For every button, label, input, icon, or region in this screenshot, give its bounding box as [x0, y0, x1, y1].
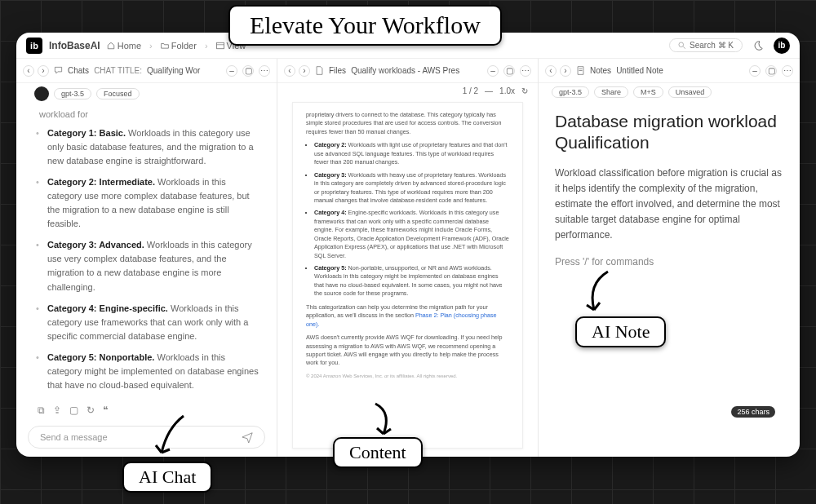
note-paragraph: Workload classification before migration…: [555, 166, 783, 244]
panel-min-icon[interactable]: –: [749, 65, 761, 77]
file-panel: ‹ › Files Qualify workloads - AWS Pres –…: [277, 59, 539, 457]
note-icon: [576, 66, 585, 75]
note-panel: ‹ › Notes Untitled Note – ▢ ⋯ gpt-3.5 Sh…: [539, 59, 800, 457]
list-item: Category 5: Nonportable. Workloads in th…: [39, 351, 262, 392]
list-item: Category 2: Workloads with light use of …: [314, 141, 509, 166]
list-item: Category 2: Intermediate. Workloads in t…: [39, 175, 262, 231]
refresh-icon[interactable]: ↻: [521, 86, 528, 95]
note-command-hint: Press '/' for commands: [555, 256, 783, 267]
list-item: Category 3: Workloads with heavy use of …: [314, 171, 509, 206]
char-count-badge: 256 chars: [731, 406, 775, 418]
note-title: Database migration workload Qualificatio…: [555, 111, 783, 154]
document-page: proprietary drivers to connect to the da…: [292, 102, 523, 449]
nav-back-icon[interactable]: ‹: [23, 65, 34, 77]
page-indicator: 1 / 2: [463, 86, 478, 95]
chat-list: Category 1: Basic. Workloads in this cat…: [39, 126, 262, 392]
list-item: Category 1: Basic. Workloads in this cat…: [39, 126, 262, 168]
nav-back-icon[interactable]: ‹: [284, 65, 295, 77]
breadcrumb-sep: ›: [205, 41, 208, 51]
list-item: Category 5: Non-portable, unsupported, o…: [314, 264, 509, 298]
chat-body: workload for Category 1: Basic. Workload…: [16, 104, 277, 401]
image-icon[interactable]: ▢: [69, 405, 78, 416]
panel-max-icon[interactable]: ▢: [765, 65, 777, 77]
list-item: Category 4: Engine-specific. Workloads i…: [39, 302, 262, 343]
unsaved-chip: Unsaved: [668, 86, 712, 98]
assistant-avatar: [34, 86, 49, 101]
breadcrumb-home[interactable]: Home: [107, 41, 141, 51]
panel-max-icon[interactable]: ▢: [503, 65, 515, 77]
file-icon: [315, 66, 324, 75]
folder-icon: [161, 42, 169, 50]
home-icon: [107, 42, 115, 50]
annotation-content: Content: [333, 437, 423, 468]
chat-title-prefix: CHAT TITLE:: [94, 66, 142, 75]
chat-input-placeholder: Send a message: [40, 432, 108, 442]
model-chip[interactable]: gpt-3.5: [552, 86, 589, 98]
send-icon[interactable]: [242, 431, 253, 443]
panels: ‹ › Chats CHAT TITLE: Qualifying Wor – ▢…: [16, 59, 800, 457]
model-chip[interactable]: gpt-3.5: [54, 88, 91, 99]
refresh-icon[interactable]: ↻: [86, 405, 95, 416]
breadcrumb-folder[interactable]: Folder: [161, 41, 197, 51]
layout-icon: [216, 42, 224, 50]
panel-max-icon[interactable]: ▢: [242, 65, 254, 77]
chat-panel-head: ‹ › Chats CHAT TITLE: Qualifying Wor – ▢…: [16, 59, 277, 83]
quote-icon[interactable]: ❝: [103, 405, 108, 416]
arrow-icon: [367, 400, 408, 440]
doc-para: AWS doesn't currently provide AWS WQF fo…: [306, 334, 509, 368]
search-input[interactable]: Search ⌘ K: [669, 38, 743, 52]
panel-menu-icon[interactable]: ⋯: [520, 65, 531, 77]
brand-name: InfoBaseAI: [49, 40, 100, 51]
doc-footer: © 2024 Amazon Web Services, Inc. or its …: [306, 373, 509, 380]
chat-panel: ‹ › Chats CHAT TITLE: Qualifying Wor – ▢…: [16, 59, 277, 457]
file-sub-head: 1 / 2 — 1.0x ↻: [277, 83, 538, 99]
moon-icon: [752, 40, 764, 51]
list-item: Category 3: Advanced. Workloads in this …: [39, 238, 262, 294]
note-tab-label: Notes: [590, 66, 611, 75]
panel-menu-icon[interactable]: ⋯: [259, 65, 270, 77]
nav-fwd-icon[interactable]: ›: [38, 65, 49, 77]
arrow-icon: [147, 412, 196, 461]
svg-line-3: [683, 46, 685, 49]
brand-logo[interactable]: ib: [26, 38, 42, 54]
note-name: Untitled Note: [616, 66, 663, 75]
svg-rect-0: [216, 42, 224, 49]
theme-toggle[interactable]: [749, 37, 767, 55]
breadcrumb-sep: ›: [149, 41, 153, 51]
doc-para: This categorization can help you determi…: [306, 303, 509, 329]
mode-chip[interactable]: Focused: [96, 88, 140, 99]
nav-fwd-icon[interactable]: ›: [299, 65, 310, 77]
panel-menu-icon[interactable]: ⋯: [782, 65, 793, 77]
annotation-hero: Elevate Your Workflow: [228, 5, 502, 46]
chat-title: Qualifying Wor: [147, 66, 200, 75]
share-chip[interactable]: Share: [594, 86, 628, 98]
doc-intro: proprietary drivers to connect to the da…: [306, 111, 509, 136]
annotation-note: AI Note: [575, 316, 666, 347]
ms-chip[interactable]: M+S: [633, 86, 663, 98]
file-tab-label: Files: [329, 66, 346, 75]
copy-icon[interactable]: ⧉: [38, 405, 45, 416]
list-item: Category 4: Engine-specific workloads. W…: [314, 209, 509, 260]
chat-lead: workload for: [39, 108, 262, 122]
nav-fwd-icon[interactable]: ›: [560, 65, 571, 77]
file-name: Qualify workloads - AWS Pres: [351, 66, 459, 75]
chat-sub-head: gpt-3.5 Focused: [16, 83, 277, 104]
panel-min-icon[interactable]: –: [487, 65, 499, 77]
note-sub-head: gpt-3.5 Share M+S Unsaved: [539, 83, 800, 101]
app-window: ib InfoBaseAI Home › Folder › View Searc…: [16, 33, 800, 457]
annotation-chat: AI Chat: [122, 462, 212, 493]
chat-tab-label: Chats: [68, 66, 89, 75]
nav-back-icon[interactable]: ‹: [545, 65, 557, 77]
search-icon: [678, 42, 686, 50]
svg-point-2: [679, 42, 684, 46]
chat-icon: [54, 66, 63, 75]
note-panel-head: ‹ › Notes Untitled Note – ▢ ⋯: [539, 59, 800, 83]
arrow-icon: [571, 267, 620, 316]
zoom-level: 1.0x: [499, 86, 515, 95]
share-icon[interactable]: ⇪: [53, 405, 61, 416]
panel-min-icon[interactable]: –: [226, 65, 237, 77]
avatar[interactable]: ib: [774, 38, 790, 54]
file-panel-head: ‹ › Files Qualify workloads - AWS Pres –…: [277, 59, 538, 83]
